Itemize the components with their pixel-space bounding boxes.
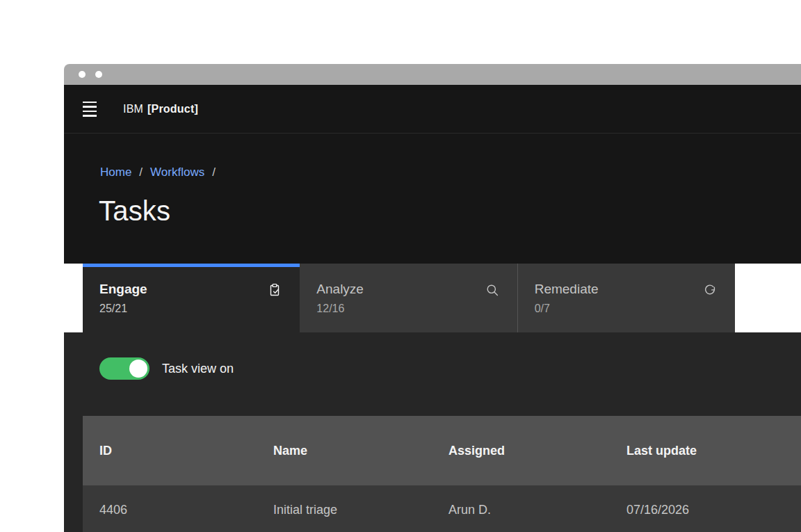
page-hero: Home / Workflows / Tasks [64,134,801,264]
tab-engage-count: 25/21 [99,303,282,315]
breadcrumb-separator: / [139,166,143,179]
breadcrumb-home[interactable]: Home [100,166,131,179]
column-header-last-update[interactable]: Last update [610,444,801,458]
tab-bar: Engage 25/21 Analyze [83,264,735,332]
cell-name: Initial triage [257,503,432,517]
menu-hamburger-icon[interactable] [83,102,97,117]
tab-engage[interactable]: Engage 25/21 [83,264,300,332]
tab-analyze-count: 12/16 [316,303,499,315]
tab-analyze[interactable]: Analyze 12/16 [300,264,517,332]
column-header-assigned[interactable]: Assigned [432,444,610,458]
search-icon [485,283,499,297]
tab-engage-label: Engage [99,282,147,296]
tab-remediate-count: 0/7 [535,303,717,315]
task-view-toggle-row: Task view on [99,357,234,380]
page-title: Tasks [99,195,801,226]
cell-assigned: Arun D. [432,503,610,517]
toggle-knob [129,360,147,378]
table-header-row: ID Name Assigned Last update [83,416,801,485]
tab-remediate-label: Remediate [535,282,599,296]
brand: IBM [Product] [123,103,198,115]
tab-remediate[interactable]: Remediate 0/7 [517,264,735,332]
window-dot[interactable] [95,71,102,78]
window-dot[interactable] [79,71,86,78]
brand-product: [Product] [147,103,198,115]
tab-panel: Task view on ID Name Assigned Last updat… [64,332,801,532]
brand-ibm: IBM [123,103,143,115]
app-header: IBM [Product] [64,85,801,134]
task-icon [268,283,282,297]
table-row[interactable]: 4406 Initial triage Arun D. 07/16/2026 [83,485,801,532]
task-view-toggle-label: Task view on [162,362,234,376]
task-view-toggle[interactable] [99,357,149,380]
breadcrumb: Home / Workflows / [100,166,801,179]
window-titlebar [64,64,801,85]
breadcrumb-separator: / [212,166,216,179]
tab-analyze-label: Analyze [316,282,364,296]
cell-last-update: 07/16/2026 [610,503,801,517]
column-header-name[interactable]: Name [257,444,432,458]
tasks-table: ID Name Assigned Last update 4406 Initia… [83,416,801,532]
app-window: IBM [Product] Home / Workflows / Tasks E… [64,64,801,532]
renew-icon [703,283,717,297]
column-header-id[interactable]: ID [83,444,257,458]
cell-id: 4406 [83,503,257,517]
breadcrumb-workflows[interactable]: Workflows [150,166,204,179]
